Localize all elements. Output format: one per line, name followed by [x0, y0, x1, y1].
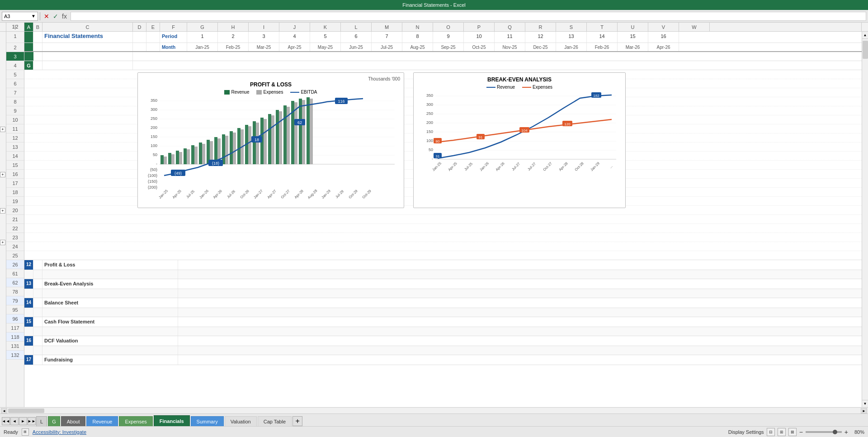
cell-b79[interactable]	[33, 298, 42, 308]
tab-nav-right[interactable]: ►►	[28, 417, 36, 425]
col-header-d[interactable]: D	[133, 23, 146, 31]
tab-nav-left[interactable]: ◄◄	[2, 417, 10, 425]
cell-k1[interactable]: 5	[310, 32, 341, 43]
cell-d1[interactable]	[133, 32, 146, 43]
cell-a132-badge[interactable]: 17	[24, 355, 33, 365]
zoom-level[interactable]: 80%	[851, 429, 864, 435]
horizontal-scroll-thumb[interactable]	[8, 408, 44, 413]
tab-l[interactable]: L	[36, 416, 47, 426]
cell-i1[interactable]: 3	[249, 32, 279, 43]
col-header-h[interactable]: H	[218, 23, 249, 31]
cell-b1[interactable]	[33, 32, 42, 43]
cell-a79-badge[interactable]: 14	[24, 298, 33, 308]
horizontal-scrollbar[interactable]: ◄ ►	[0, 407, 868, 413]
cell-o1[interactable]: 9	[433, 32, 464, 43]
cell-c3[interactable]	[42, 52, 133, 61]
col-header-e[interactable]: E	[146, 23, 160, 31]
cell-g1[interactable]: 1	[187, 32, 218, 43]
tab-nav-next[interactable]: ►	[19, 417, 27, 425]
col-header-v[interactable]: V	[648, 23, 679, 31]
col-header-s[interactable]: S	[556, 23, 587, 31]
cell-a118-badge[interactable]: 16	[24, 336, 33, 346]
zoom-in-btn[interactable]: +	[844, 429, 848, 435]
cell-c118-dcf[interactable]: DCF Valuation	[42, 336, 178, 346]
cell-b96[interactable]	[33, 317, 42, 327]
cell-a96-badge[interactable]: 15	[24, 317, 33, 327]
vertical-scrollbar[interactable]: ▲ ▼	[862, 32, 868, 407]
cell-j2[interactable]: Apr-25	[279, 43, 310, 51]
cell-a2[interactable]	[24, 43, 33, 51]
cell-q1[interactable]: 11	[495, 32, 525, 43]
cell-r1[interactable]: 12	[525, 32, 556, 43]
cell-u2[interactable]: Mar-26	[618, 43, 648, 51]
cell-c2[interactable]	[42, 43, 133, 51]
group-btn-3[interactable]: +	[0, 208, 5, 214]
col-header-g[interactable]: G	[187, 23, 218, 31]
col-header-m[interactable]: M	[372, 23, 402, 31]
col-header-j[interactable]: J	[279, 23, 310, 31]
sheet-content[interactable]: Financial Statements Period 1 2 3 4 5 6 …	[24, 32, 862, 407]
cell-l2[interactable]: Jun-25	[341, 43, 372, 51]
cell-a62-badge[interactable]: 13	[24, 279, 33, 289]
cell-k2[interactable]: May-25	[310, 43, 341, 51]
display-settings-text[interactable]: Display Settings	[728, 429, 764, 435]
col-header-c[interactable]: C	[42, 23, 133, 31]
cell-u1[interactable]: 15	[618, 32, 648, 43]
cell-b3[interactable]	[33, 52, 42, 61]
tab-summary[interactable]: Summary	[191, 416, 224, 426]
cell-s2[interactable]: Jan-26	[556, 43, 587, 51]
cell-s1[interactable]: 13	[556, 32, 587, 43]
group-btn-1[interactable]: +	[0, 127, 5, 132]
cell-v2[interactable]: Apr-26	[648, 43, 679, 51]
cell-e1[interactable]	[146, 32, 160, 43]
group-btn-2[interactable]: +	[0, 172, 5, 177]
cell-c26-pl[interactable]: Profit & Loss	[42, 260, 178, 270]
cell-b61[interactable]	[33, 270, 42, 279]
cell-i2[interactable]: Mar-25	[249, 43, 279, 51]
scroll-up-arrow[interactable]: ▲	[862, 32, 868, 39]
cell-a3-selected[interactable]	[24, 52, 33, 61]
cell-n1[interactable]: 8	[402, 32, 433, 43]
zoom-slider[interactable]	[806, 431, 842, 433]
cell-r2[interactable]: Dec-25	[525, 43, 556, 51]
col-header-f[interactable]: F	[160, 23, 187, 31]
col-header-w[interactable]: W	[679, 23, 710, 31]
cell-c61[interactable]	[42, 270, 178, 279]
cell-b118[interactable]	[33, 336, 42, 346]
cell-m2[interactable]: Jul-25	[372, 43, 402, 51]
tab-financials[interactable]: Financials	[154, 415, 190, 426]
col-header-n[interactable]: N	[402, 23, 433, 31]
cell-b4[interactable]	[33, 61, 42, 70]
confirm-formula-icon[interactable]: ✓	[53, 13, 58, 20]
cell-f1-period[interactable]: Period	[160, 32, 187, 43]
cell-g2[interactable]: Jan-25	[187, 43, 218, 51]
formula-input[interactable]	[71, 12, 866, 21]
cell-e2[interactable]	[146, 43, 160, 51]
cell-c4[interactable]	[42, 61, 133, 70]
cell-l1[interactable]: 6	[341, 32, 372, 43]
zoom-out-btn[interactable]: −	[799, 429, 803, 435]
scroll-down-arrow[interactable]: ▼	[862, 400, 868, 407]
cell-c79-bs[interactable]: Balance Sheet	[42, 298, 178, 308]
cancel-formula-icon[interactable]: ✕	[44, 13, 49, 20]
col-header-a[interactable]: A	[24, 23, 33, 31]
cell-a26-badge[interactable]: 12	[24, 260, 33, 270]
tab-nav-prev[interactable]: ◄	[10, 417, 19, 425]
group-btn-4[interactable]: +	[0, 240, 5, 245]
cell-c96-cf[interactable]: Cash Flow Statement	[42, 317, 178, 327]
scroll-left-arrow[interactable]: ◄	[1, 408, 7, 413]
normal-view-btn[interactable]: ⊟	[767, 428, 775, 436]
tab-about[interactable]: About	[61, 416, 86, 426]
cell-f2-month[interactable]: Month	[160, 43, 187, 51]
cell-mode-icon[interactable]: ⊞	[22, 428, 29, 436]
page-break-btn[interactable]: ⊠	[788, 428, 797, 436]
col-header-k[interactable]: K	[310, 23, 341, 31]
tab-revenue[interactable]: Revenue	[86, 416, 118, 426]
cell-h2[interactable]: Feb-25	[218, 43, 249, 51]
cell-h1[interactable]: 2	[218, 32, 249, 43]
cell-reference-box[interactable]: A3 ▼	[2, 12, 38, 21]
col-header-u[interactable]: U	[618, 23, 648, 31]
cell-p1[interactable]: 10	[464, 32, 495, 43]
col-header-i[interactable]: I	[249, 23, 279, 31]
cell-c1-title[interactable]: Financial Statements	[42, 32, 133, 43]
